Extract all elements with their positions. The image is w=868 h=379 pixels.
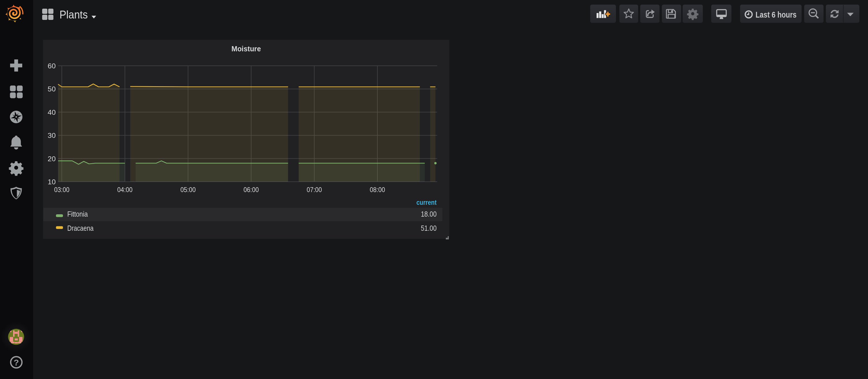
svg-text:Moisture: Moisture	[231, 44, 261, 53]
svg-text:20: 20	[48, 155, 56, 163]
svg-text:51.00: 51.00	[421, 224, 437, 232]
svg-text:18.00: 18.00	[421, 210, 437, 218]
svg-text:50: 50	[48, 85, 56, 93]
svg-text:Dracaena: Dracaena	[67, 224, 94, 232]
svg-text:current: current	[416, 199, 437, 206]
svg-text:07:00: 07:00	[307, 186, 322, 194]
svg-text:40: 40	[48, 108, 56, 116]
svg-text:06:00: 06:00	[243, 186, 259, 194]
svg-text:03:00: 03:00	[54, 186, 70, 194]
svg-text:04:00: 04:00	[117, 186, 132, 194]
svg-text:Last 6 hours: Last 6 hours	[756, 10, 797, 19]
svg-text:30: 30	[48, 132, 56, 139]
svg-text:10: 10	[48, 178, 56, 186]
svg-text:Fittonia: Fittonia	[67, 210, 88, 218]
svg-text:60: 60	[48, 62, 56, 70]
svg-text:05:00: 05:00	[181, 186, 196, 194]
svg-text:08:00: 08:00	[370, 186, 385, 194]
svg-text:Plants: Plants	[60, 9, 88, 21]
svg-text:?: ?	[13, 358, 19, 367]
